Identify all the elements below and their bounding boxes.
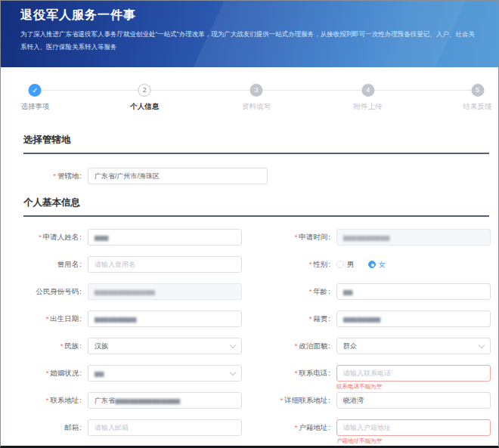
gender-option-label: 男	[347, 260, 355, 270]
gender-radio-女[interactable]: 女	[368, 260, 386, 270]
applicant-name-masked-value: ▆▆▆	[95, 234, 108, 241]
required-asterisk: *	[309, 287, 312, 295]
chevron-down-icon	[230, 369, 236, 375]
former-name-input[interactable]: 请输入曾用名	[88, 256, 242, 273]
required-asterisk: *	[295, 233, 298, 241]
jurisdiction-field-row: *管辖地广东省/广州市/海珠区	[23, 168, 489, 184]
email-input[interactable]: 请输入邮箱	[88, 419, 242, 436]
citizen-id-label: 公民身份号码	[23, 287, 88, 296]
radio-unchecked-icon[interactable]	[336, 261, 344, 268]
household-address-input[interactable]: 请输入户籍地址	[336, 419, 491, 436]
contact-phone-field: 请输入联系电话联系电话不能为空	[336, 365, 491, 382]
step-2-label: 个人信息	[130, 102, 159, 112]
gender-field: 男女	[336, 260, 491, 270]
veteran-service-page: 退役军人服务一件事 为了深入推进广东省退役军人事务厅就业创业处“一站式”办理改革…	[0, 0, 499, 448]
contact-address-input[interactable]: 广东省▆▆▆▆▆▆▆▆▆▆▆▆▆▆	[88, 392, 242, 409]
step-4-label: 附件上传	[354, 102, 383, 112]
step-1-label: 选择事项	[20, 102, 49, 112]
native-place-field: ▆▆▆▆▆▆▆▆	[336, 311, 491, 327]
required-asterisk: *	[46, 314, 49, 323]
basic-info-form: *申请人姓名▆▆▆*申请时间▆▆▆▆▆▆▆▆▆▆曾用名请输入曾用名*性别男女公民…	[23, 229, 489, 448]
birth-date-label: *出生日期	[23, 314, 88, 323]
household-address-error-message: 户籍地址不能为空	[336, 437, 382, 445]
required-asterisk: *	[295, 423, 298, 431]
required-asterisk: *	[295, 341, 298, 350]
age-input[interactable]: ▆▆	[336, 283, 491, 300]
political-status-value: 群众	[343, 341, 357, 351]
apply-time-field: ▆▆▆▆▆▆▆▆▆▆	[336, 229, 491, 246]
step-3-circle: 3	[250, 84, 263, 97]
section-divider	[23, 215, 489, 217]
contact-phone-error-message: 联系电话不能为空	[336, 383, 382, 391]
applicant-name-input[interactable]: ▆▆▆	[88, 229, 242, 246]
political-status-select[interactable]: 群众	[336, 338, 491, 354]
email-placeholder: 请输入邮箱	[95, 423, 129, 433]
detail-address-value: 晓港湾	[343, 396, 364, 406]
contact-address-masked-value: ▆▆▆▆▆▆▆▆▆▆▆▆▆▆	[115, 397, 180, 404]
contact-address-label: *联系地址	[23, 396, 88, 405]
required-asterisk: *	[295, 369, 298, 377]
page-title: 退役军人服务一件事	[1, 1, 498, 23]
gender-radio-男[interactable]: 男	[336, 260, 355, 270]
age-masked-value: ▆▆	[343, 289, 352, 295]
birth-date-field: ▆▆▆▆▆▆▆▆▆	[88, 311, 242, 327]
applicant-name-label: *申请人姓名	[23, 233, 88, 242]
ethnicity-field: 汉族	[88, 338, 242, 354]
ethnicity-label: *民族	[23, 341, 88, 351]
required-asterisk: *	[46, 369, 49, 377]
marital-status-label: *婚姻状况	[23, 369, 88, 378]
email-field: 请输入邮箱	[88, 419, 242, 436]
detail-address-field: 晓港湾	[336, 392, 491, 409]
radio-checked-icon[interactable]	[368, 261, 376, 268]
contact-address-value: 广东省	[95, 396, 115, 406]
apply-time-label: *申请时间	[242, 233, 336, 242]
required-asterisk: *	[280, 396, 284, 404]
section-title-jurisdiction: 选择管辖地	[23, 134, 489, 147]
contact-phone-label: *联系电话	[242, 369, 336, 378]
gender-label: *性别	[242, 260, 336, 269]
detail-address-input[interactable]: 晓港湾	[336, 392, 491, 409]
gender-option-label: 女	[379, 260, 386, 270]
required-asterisk: *	[60, 341, 64, 350]
detail-address-label: *详细联系地址	[242, 396, 336, 405]
contact-phone-input[interactable]: 请输入联系电话	[336, 365, 491, 382]
political-status-field: 群众	[336, 338, 491, 354]
step-2-circle: 2	[138, 84, 151, 97]
contact-phone-placeholder: 请输入联系电话	[343, 369, 391, 378]
age-field: ▆▆	[336, 283, 491, 300]
marital-status-masked-value: ▆▆	[95, 370, 104, 377]
apply-time-input: ▆▆▆▆▆▆▆▆▆▆	[336, 229, 491, 246]
form-content: ✓选择事项2个人信息3资料填写4附件上传5结果反馈 选择管辖地 *管辖地广东省/…	[1, 82, 498, 448]
household-address-placeholder: 请输入户籍地址	[343, 423, 391, 433]
required-asterisk: *	[39, 233, 42, 241]
step-5-circle: 5	[471, 84, 484, 97]
required-asterisk: *	[309, 314, 312, 323]
jurisdiction-value: 广东省/广州市/海珠区	[95, 171, 160, 181]
page-subtitle: 为了深入推进广东省退役军人事务厅就业创业处“一站式”办理改革，现为广大战友们提供…	[1, 23, 498, 53]
citizen-id-masked-value: ▆▆▆▆▆▆▆▆▆▆▆▆▆	[95, 289, 155, 295]
section-divider	[23, 153, 489, 154]
jurisdiction-input[interactable]: 广东省/广州市/海珠区	[88, 168, 268, 184]
required-asterisk: *	[46, 396, 49, 404]
stepper: ✓选择事项2个人信息3资料填写4附件上传5结果反馈	[23, 82, 489, 122]
applicant-name-field: ▆▆▆	[88, 229, 242, 246]
birth-date-input[interactable]: ▆▆▆▆▆▆▆▆▆	[88, 311, 242, 327]
email-label: 邮箱	[23, 423, 88, 432]
household-address-label: *户籍地址	[242, 423, 336, 432]
apply-time-masked-value: ▆▆▆▆▆▆▆▆▆▆	[343, 234, 390, 241]
step-5-label: 结果反馈	[463, 102, 492, 112]
marital-status-select[interactable]: ▆▆	[88, 365, 242, 382]
ethnicity-value: 汉族	[95, 341, 108, 351]
contact-address-field: 广东省▆▆▆▆▆▆▆▆▆▆▆▆▆▆	[88, 392, 242, 409]
citizen-id-field: ▆▆▆▆▆▆▆▆▆▆▆▆▆	[88, 283, 242, 300]
jurisdiction-field: 广东省/广州市/海珠区	[88, 168, 268, 184]
ethnicity-select[interactable]: 汉族	[88, 338, 242, 354]
section-title-basic-info: 个人基本信息	[23, 196, 489, 209]
native-place-input[interactable]: ▆▆▆▆▆▆▆▆	[336, 311, 491, 327]
household-address-field: 请输入户籍地址户籍地址不能为空	[336, 419, 491, 436]
former-name-placeholder: 请输入曾用名	[95, 260, 135, 270]
required-asterisk: *	[53, 171, 56, 180]
marital-status-field: ▆▆	[88, 365, 242, 382]
native-place-label: *籍贯	[242, 314, 336, 323]
age-label: *年龄	[242, 287, 336, 296]
